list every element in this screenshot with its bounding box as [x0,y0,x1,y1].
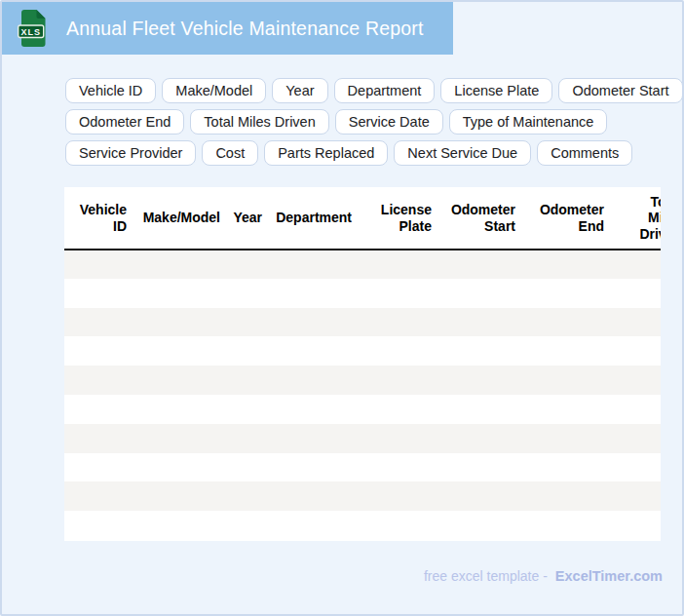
table-cell-empty [138,395,232,424]
table-cell-empty [274,279,363,308]
template-preview-page: XLS Annual Fleet Vehicle Maintenance Rep… [0,0,684,616]
table-cell-empty [64,308,138,337]
table-cell-empty [232,424,274,453]
table-row [64,336,661,366]
table-cell-empty [274,453,363,482]
table-cell-empty [527,279,616,308]
chip-total-miles-driven[interactable]: Total Miles Driven [190,109,328,135]
table-row [64,424,661,453]
chip-year[interactable]: Year [272,78,327,103]
chip-next-service-due[interactable]: Next Service Due [394,140,531,166]
table-cell-empty [138,453,232,482]
chip-parts-replaced[interactable]: Parts Replaced [264,140,388,166]
chip-make-model[interactable]: Make/Model [162,78,266,103]
table-cell-empty [527,250,616,279]
table-cell-empty [64,453,138,482]
brand-link[interactable]: ExcelTimer.com [555,568,663,584]
table-cell-empty [363,250,443,279]
table-cell-empty [138,250,232,279]
col-header-license-plate: License Plate [363,187,443,250]
table-cell-empty [232,250,274,279]
col-header-odometer-end: Odometer End [527,187,616,250]
header-bar: XLS Annual Fleet Vehicle Maintenance Rep… [2,2,453,55]
table-cell-empty [443,250,527,279]
table-cell-empty [443,336,527,366]
table-cell-empty [232,366,274,395]
table-cell-empty [616,424,661,453]
table-cell-empty [363,424,443,453]
table-cell-empty [363,308,443,337]
col-header-total-miles-driven: Total Miles Driven [616,187,661,250]
table-cell-empty [443,481,527,511]
chip-vehicle-id[interactable]: Vehicle ID [65,78,156,103]
table-cell-empty [363,279,443,308]
table-body [64,250,661,540]
chip-service-provider[interactable]: Service Provider [65,140,196,166]
table-cell-empty [363,511,443,540]
table-cell-empty [616,366,661,395]
footer-text: free excel template - [424,568,548,584]
table-cell-empty [616,395,661,424]
chip-cost[interactable]: Cost [202,140,258,166]
table-cell-empty [232,453,274,482]
table-cell-empty [443,308,527,337]
spreadsheet-table: Vehicle ID Make/Model Year Department Li… [64,187,661,540]
chip-odometer-end[interactable]: Odometer End [65,109,184,135]
table-cell-empty [274,308,363,337]
table-cell-empty [232,511,274,540]
col-header-make-model: Make/Model [138,187,232,250]
table-cell-empty [443,453,527,482]
table-cell-empty [616,250,661,279]
table-cell-empty [616,336,661,366]
table-cell-empty [363,481,443,511]
table-cell-empty [138,481,232,511]
table-cell-empty [616,279,661,308]
chip-license-plate[interactable]: License Plate [440,78,552,103]
table-cell-empty [138,279,232,308]
table-cell-empty [138,511,232,540]
table-cell-empty [616,453,661,482]
table-row [64,250,661,279]
table-row [64,279,661,308]
table-cell-empty [527,424,616,453]
col-header-vehicle-id: Vehicle ID [64,187,138,250]
chip-service-date[interactable]: Service Date [335,109,443,135]
table-cell-empty [443,279,527,308]
table-row [64,366,661,395]
table-cell-empty [616,481,661,511]
chip-type-of-maintenance[interactable]: Type of Maintenance [449,109,608,135]
table-cell-empty [443,511,527,540]
table-cell-empty [64,366,138,395]
column-chips: Vehicle ID Make/Model Year Department Li… [65,78,683,172]
chip-department[interactable]: Department [334,78,436,103]
table-row [64,395,661,424]
col-header-odometer-start: Odometer Start [443,187,527,250]
table-row [64,481,661,511]
spreadsheet-preview: Vehicle ID Make/Model Year Department Li… [64,187,661,541]
table-cell-empty [274,336,363,366]
table-cell-empty [232,336,274,366]
chip-row-1: Vehicle ID Make/Model Year Department Li… [65,78,683,103]
table-cell-empty [274,511,363,540]
table-row [64,453,661,482]
table-cell-empty [527,336,616,366]
table-cell-empty [64,250,138,279]
table-cell-empty [274,366,363,395]
chip-row-2: Odometer End Total Miles Driven Service … [65,109,683,135]
table-cell-empty [138,424,232,453]
table-cell-empty [363,366,443,395]
chip-comments[interactable]: Comments [537,140,632,166]
table-header-row: Vehicle ID Make/Model Year Department Li… [64,187,661,250]
table-cell-empty [138,308,232,337]
table-cell-empty [64,424,138,453]
col-header-department: Department [274,187,363,250]
table-row [64,511,661,540]
table-cell-empty [64,279,138,308]
table-cell-empty [443,424,527,453]
col-header-year: Year [232,187,274,250]
xls-icon-label: XLS [20,27,41,37]
table-cell-empty [363,395,443,424]
chip-odometer-start[interactable]: Odometer Start [558,78,682,103]
table-cell-empty [443,366,527,395]
table-cell-empty [138,336,232,366]
